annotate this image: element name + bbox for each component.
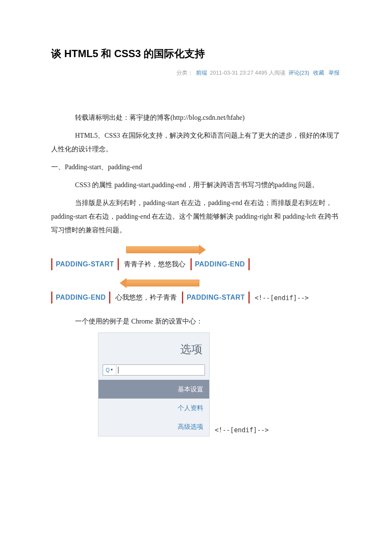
label-padding-end: PADDING-END: [194, 257, 246, 271]
divider-bar: [248, 258, 250, 270]
endif-comment: <!--[endif]-->: [215, 424, 268, 436]
divider-bar: [118, 258, 119, 270]
section-1-p1: CSS3 的属性 padding-start,padding-end，用于解决跨…: [51, 178, 341, 192]
diagram-row-ltr: PADDING-START 青青子衿，悠悠我心 PADDING-END: [51, 257, 341, 271]
example-intro: 一个使用的例子是 Chrome 新的设置中心：: [51, 315, 341, 328]
label-padding-start: PADDING-START: [186, 291, 246, 304]
meta-comments-link[interactable]: 评论(23): [288, 69, 309, 76]
chrome-nav-item-basic[interactable]: 基本设置: [98, 380, 209, 399]
text-cursor: [118, 367, 118, 373]
chrome-search-input[interactable]: Q▼: [103, 364, 205, 376]
meta-category-label: 分类：: [176, 69, 193, 76]
divider-bar: [182, 292, 183, 304]
chevron-down-icon: ▼: [110, 367, 113, 373]
search-glyph: Q: [106, 365, 110, 375]
intro-paragraph: HTML5、CSS3 在国际化支持，解决跨文化和语言问题上有了更大的进步，很好的…: [51, 129, 341, 156]
endif-comment: <!--[endif]-->: [255, 292, 308, 304]
diagram-row-rtl: PADDING-END 心我悠悠，衿子青青 PADDING-START: [51, 291, 250, 304]
meta-views: 4495 人阅读: [255, 69, 285, 76]
meta-report-link[interactable]: 举报: [329, 69, 340, 76]
meta-datetime: 2011-03-31 23:27: [210, 69, 254, 76]
meta-favorite-link[interactable]: 收藏: [313, 69, 324, 76]
label-padding-end: PADDING-END: [55, 291, 107, 304]
divider-bar: [51, 258, 52, 270]
ltr-sample-text: 青青子衿，悠悠我心: [121, 257, 188, 271]
chrome-nav-item-profile[interactable]: 个人资料: [98, 399, 209, 417]
label-padding-start: PADDING-START: [55, 257, 115, 271]
divider-bar: [51, 292, 52, 304]
padding-diagram: PADDING-START 青青子衿，悠悠我心 PADDING-END PADD…: [51, 245, 341, 304]
source-notice: 转载请标明出处：蒋宇捷的博客(http://blog.csdn.net/hfah…: [51, 111, 341, 124]
divider-bar: [248, 292, 250, 304]
chrome-settings-panel: 选项 Q▼ 基本设置 个人资料 高级选项: [98, 332, 210, 436]
arrow-right-icon: [126, 246, 199, 253]
chrome-nav-item-advanced[interactable]: 高级选项: [98, 417, 209, 436]
search-icon[interactable]: Q▼: [103, 365, 116, 375]
divider-bar: [109, 292, 110, 304]
divider-bar: [190, 258, 192, 270]
section-1-p2: 当排版是从左到右时，padding-start 在左边，padding-end …: [51, 196, 341, 237]
chrome-panel-title: 选项: [98, 333, 209, 364]
section-1-title: 一、Padding-start、padding-end: [51, 160, 341, 174]
meta-category-link[interactable]: 前端: [196, 69, 207, 76]
arrow-left-icon: [126, 280, 199, 286]
rtl-sample-text: 心我悠悠，衿子青青: [113, 291, 179, 304]
article-title: 谈 HTML5 和 CSS3 的国际化支持: [51, 47, 341, 61]
article-meta: 分类： 前端 2011-03-31 23:27 4495 人阅读 评论(23) …: [51, 69, 341, 77]
